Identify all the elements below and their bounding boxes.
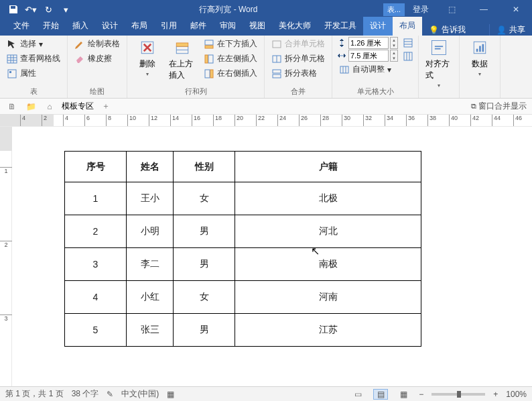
- language[interactable]: 中文(中国): [121, 388, 159, 400]
- eraser-button[interactable]: 橡皮擦: [72, 52, 123, 66]
- minimize-button[interactable]: —: [469, 0, 498, 19]
- table-cell[interactable]: 小明: [127, 215, 174, 248]
- open-folder-icon[interactable]: 📁: [24, 101, 38, 113]
- tab-table-layout[interactable]: 布局: [393, 17, 422, 36]
- group-label-align: [423, 90, 455, 101]
- row-height-field[interactable]: ▲▼: [336, 37, 398, 49]
- col-header[interactable]: 序号: [65, 152, 127, 182]
- col-header[interactable]: 姓名: [127, 152, 174, 182]
- col-width-field[interactable]: ▲▼: [336, 50, 398, 62]
- group-cellsize: ▲▼ ▲▼ 自动调整 ▾ 单元格大小: [332, 36, 419, 98]
- data-button[interactable]: 数据▾: [464, 37, 496, 78]
- table-cell[interactable]: 李二: [127, 248, 174, 281]
- table-cell[interactable]: 男: [174, 215, 235, 248]
- merge-display-icon[interactable]: ⧉ 窗口合并显示: [471, 101, 527, 112]
- spellcheck-icon[interactable]: ✎: [107, 390, 113, 399]
- table-cell[interactable]: 男: [174, 314, 235, 347]
- word-count[interactable]: 38 个字: [72, 388, 99, 400]
- split-table-button[interactable]: 拆分表格: [269, 66, 328, 80]
- insert-left-button[interactable]: 在左侧插入: [201, 52, 260, 66]
- table-cell[interactable]: 王小: [127, 182, 174, 215]
- tab-file[interactable]: 文件: [7, 17, 36, 36]
- table-row[interactable]: 5张三男江苏: [65, 314, 421, 347]
- delete-button[interactable]: 删除▾: [131, 37, 163, 78]
- merge-cells-button[interactable]: 合并单元格: [269, 37, 328, 51]
- macro-icon[interactable]: ▦: [167, 390, 174, 399]
- tab-layout[interactable]: 布局: [125, 17, 154, 36]
- svg-rect-22: [340, 66, 348, 73]
- svg-rect-31: [432, 41, 446, 55]
- tab-beautify[interactable]: 美化大师: [272, 17, 318, 36]
- table-cell[interactable]: 南极: [235, 248, 421, 281]
- zoom-level[interactable]: 100%: [506, 390, 527, 399]
- new-doc-icon[interactable]: 🗎: [5, 101, 19, 113]
- alignment-button[interactable]: 对齐方式▾: [423, 37, 455, 90]
- table-row[interactable]: 1王小女北极: [65, 182, 421, 215]
- tab-devtools[interactable]: 开发工具: [318, 17, 363, 36]
- document-table[interactable]: 序号 姓名 性别 户籍 1王小女北极2小明男河北3李二男南极4小红女河南5张三男…: [64, 151, 421, 347]
- tab-review[interactable]: 审阅: [213, 17, 243, 36]
- view-gridlines-button[interactable]: 查看网格线: [4, 52, 63, 66]
- svg-rect-12: [205, 46, 213, 48]
- table-cell[interactable]: 北极: [235, 182, 421, 215]
- close-button[interactable]: ✕: [501, 0, 531, 19]
- add-tab-button[interactable]: ＋: [99, 101, 113, 113]
- tell-me[interactable]: 💡告诉我: [422, 24, 472, 36]
- table-row[interactable]: 4小红女河南: [65, 281, 421, 314]
- table-cell[interactable]: 江苏: [235, 314, 421, 347]
- share-button[interactable]: 👤共享: [489, 24, 532, 36]
- print-layout-button[interactable]: ▤: [373, 389, 388, 400]
- table-cell[interactable]: 2: [65, 215, 127, 248]
- col-header[interactable]: 户籍: [235, 152, 421, 182]
- tab-mailings[interactable]: 邮件: [184, 17, 213, 36]
- table-cell[interactable]: 男: [174, 248, 235, 281]
- autofit-button[interactable]: 自动调整 ▾: [336, 62, 398, 76]
- templates-label[interactable]: 模板专区: [62, 101, 94, 112]
- tab-home[interactable]: 开始: [36, 17, 66, 36]
- draw-table-button[interactable]: 绘制表格: [72, 37, 123, 51]
- insert-above-button[interactable]: 在上方插入: [166, 37, 198, 82]
- page-count[interactable]: 第 1 页，共 1 页: [5, 388, 64, 400]
- insert-right-button[interactable]: 在右侧插入: [201, 66, 260, 80]
- table-cell[interactable]: 河南: [235, 281, 421, 314]
- col-header[interactable]: 性别: [174, 152, 235, 182]
- document-page[interactable]: 序号 姓名 性别 户籍 1王小女北极2小明男河北3李二男南极4小红女河南5张三男…: [12, 127, 532, 386]
- tab-table-design[interactable]: 设计: [363, 17, 393, 36]
- properties-button[interactable]: 属性: [4, 66, 63, 80]
- table-cell[interactable]: 1: [65, 182, 127, 215]
- tab-view[interactable]: 视图: [243, 17, 272, 36]
- select-button[interactable]: 选择 ▾: [4, 37, 63, 51]
- insert-below-button[interactable]: 在下方插入: [201, 37, 260, 51]
- distribute-rows-button[interactable]: [402, 37, 414, 49]
- login-link[interactable]: 登录: [407, 4, 434, 15]
- ruler-horizontal[interactable]: 4246810121416182022242628303234363840424…: [0, 115, 532, 127]
- tab-references[interactable]: 引用: [154, 17, 184, 36]
- ribbon-options-button[interactable]: ⬚: [437, 0, 466, 19]
- tab-design[interactable]: 设计: [95, 17, 125, 36]
- table-row[interactable]: 3李二男南极: [65, 248, 421, 281]
- table-cell[interactable]: 5: [65, 314, 127, 347]
- undo-button[interactable]: ↶▾: [23, 1, 39, 17]
- table-cell[interactable]: 女: [174, 182, 235, 215]
- tab-insert[interactable]: 插入: [66, 17, 95, 36]
- read-mode-button[interactable]: ▭: [350, 389, 365, 400]
- split-cells-button[interactable]: 拆分单元格: [269, 52, 328, 66]
- redo-button[interactable]: ↻: [40, 1, 56, 17]
- table-row[interactable]: 2小明男河北: [65, 215, 421, 248]
- table-cell[interactable]: 3: [65, 248, 127, 281]
- table-cell[interactable]: 4: [65, 281, 127, 314]
- distribute-cols-button[interactable]: [402, 50, 414, 62]
- qat-more[interactable]: ▾: [58, 1, 74, 17]
- web-layout-button[interactable]: ▦: [396, 389, 411, 400]
- ruler-vertical[interactable]: 123: [0, 127, 12, 386]
- table-cell[interactable]: 小红: [127, 281, 174, 314]
- zoom-slider[interactable]: [431, 393, 485, 396]
- home-icon[interactable]: ⌂: [43, 101, 56, 113]
- zoom-in-button[interactable]: +: [493, 390, 498, 399]
- zoom-out-button[interactable]: −: [419, 390, 423, 399]
- table-cell[interactable]: 河北: [235, 215, 421, 248]
- table-cell[interactable]: 女: [174, 281, 235, 314]
- svg-rect-21: [273, 74, 281, 78]
- save-button[interactable]: [5, 1, 21, 17]
- table-cell[interactable]: 张三: [127, 314, 174, 347]
